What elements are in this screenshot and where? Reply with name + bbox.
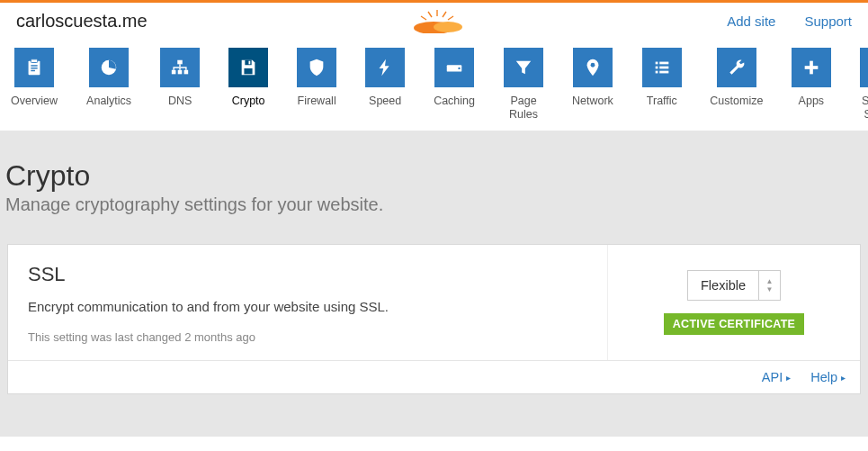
- page-subtitle: Manage cryptography settings for your we…: [4, 194, 864, 215]
- svg-rect-9: [31, 65, 37, 66]
- svg-rect-30: [805, 66, 819, 69]
- caret-right-icon: ▸: [841, 373, 846, 383]
- svg-rect-27: [656, 71, 658, 74]
- nav-label: Apps: [799, 95, 825, 108]
- nav-label: Scrape Shield: [860, 95, 868, 122]
- svg-line-5: [421, 16, 426, 20]
- pin-icon: [573, 48, 613, 87]
- svg-line-4: [443, 12, 446, 17]
- svg-rect-24: [659, 62, 668, 65]
- clipboard-icon: [14, 48, 54, 87]
- svg-line-3: [428, 12, 432, 17]
- nav-item-crypto[interactable]: Crypto: [228, 48, 268, 122]
- drive-icon: [434, 48, 474, 87]
- content-area: Crypto Manage cryptography settings for …: [0, 131, 868, 437]
- svg-point-22: [591, 63, 595, 68]
- nav-item-traffic[interactable]: Traffic: [642, 48, 682, 122]
- support-link[interactable]: Support: [804, 14, 852, 29]
- svg-point-21: [458, 68, 460, 69]
- svg-rect-11: [31, 70, 35, 71]
- svg-rect-23: [656, 62, 658, 65]
- nav-item-analytics[interactable]: Analytics: [86, 48, 131, 122]
- ssl-mode-select[interactable]: Flexible ▲▼: [687, 270, 781, 301]
- nav-item-page-rules[interactable]: Page Rules: [504, 48, 543, 122]
- svg-rect-18: [245, 68, 253, 74]
- pie-icon: [89, 48, 129, 87]
- nav-label: Firewall: [298, 95, 336, 108]
- add-site-link[interactable]: Add site: [727, 14, 775, 29]
- nav-label: Traffic: [647, 95, 677, 108]
- svg-rect-15: [178, 70, 183, 75]
- page-title: Crypto: [4, 159, 864, 193]
- nav-item-network[interactable]: Network: [572, 48, 613, 122]
- ssl-card: SSL Encrypt communication to and from yo…: [7, 244, 861, 394]
- main-nav: OverviewAnalyticsDNSCryptoFirewallSpeedC…: [0, 41, 868, 131]
- nav-item-firewall[interactable]: Firewall: [297, 48, 336, 122]
- shield-icon: [297, 48, 336, 87]
- nav-label: Overview: [11, 95, 58, 108]
- svg-rect-25: [656, 67, 658, 69]
- card-footer: API▸ Help▸: [8, 360, 860, 393]
- svg-rect-10: [31, 68, 37, 68]
- svg-rect-14: [172, 70, 176, 75]
- svg-rect-17: [245, 60, 251, 66]
- svg-rect-8: [31, 59, 37, 63]
- cloudflare-logo: [408, 8, 466, 33]
- floppy-icon: [228, 48, 268, 87]
- select-value: Flexible: [688, 278, 758, 293]
- wrench-icon: [717, 48, 756, 87]
- nav-label: Customize: [710, 95, 763, 108]
- nav-label: Crypto: [232, 95, 265, 108]
- nav-item-apps[interactable]: Apps: [792, 48, 831, 122]
- nav-item-customize[interactable]: Customize: [711, 48, 763, 122]
- top-links: Add site Support: [727, 14, 852, 29]
- caret-right-icon: ▸: [786, 373, 791, 383]
- nav-label: Network: [572, 95, 613, 108]
- nav-item-scrape-shield[interactable]: Scrape Shield: [860, 48, 868, 122]
- filter-icon: [504, 48, 543, 87]
- nav-label: DNS: [168, 95, 192, 108]
- svg-rect-19: [249, 61, 251, 65]
- plus-icon: [792, 48, 831, 87]
- svg-line-6: [448, 16, 453, 20]
- site-name[interactable]: carloscuesta.me: [16, 11, 148, 32]
- nav-item-overview[interactable]: Overview: [11, 48, 58, 122]
- nav-item-caching[interactable]: Caching: [434, 48, 475, 122]
- sitemap-icon: [160, 48, 200, 87]
- svg-rect-26: [659, 67, 668, 69]
- nav-label: Page Rules: [504, 95, 543, 122]
- nav-item-speed[interactable]: Speed: [365, 48, 405, 122]
- chevron-up-down-icon: ▲▼: [758, 271, 780, 300]
- svg-point-1: [434, 22, 462, 32]
- bolt-icon: [365, 48, 405, 87]
- status-badge: ACTIVE CERTIFICATE: [664, 313, 804, 335]
- card-description: Encrypt communication to and from your w…: [28, 299, 587, 314]
- topbar: carloscuesta.me Add site Support: [0, 3, 868, 41]
- nav-label: Speed: [369, 95, 401, 108]
- svg-rect-16: [184, 70, 189, 75]
- card-title: SSL: [28, 263, 587, 286]
- nav-item-dns[interactable]: DNS: [160, 48, 200, 122]
- svg-rect-28: [659, 71, 668, 74]
- api-link[interactable]: API▸: [762, 370, 791, 384]
- svg-rect-13: [177, 60, 183, 65]
- list-icon: [642, 48, 682, 87]
- nav-label: Caching: [434, 95, 475, 108]
- card-meta: This setting was last changed 2 months a…: [28, 330, 587, 344]
- doc-icon: [860, 48, 868, 87]
- help-link[interactable]: Help▸: [810, 370, 846, 384]
- nav-label: Analytics: [86, 95, 131, 108]
